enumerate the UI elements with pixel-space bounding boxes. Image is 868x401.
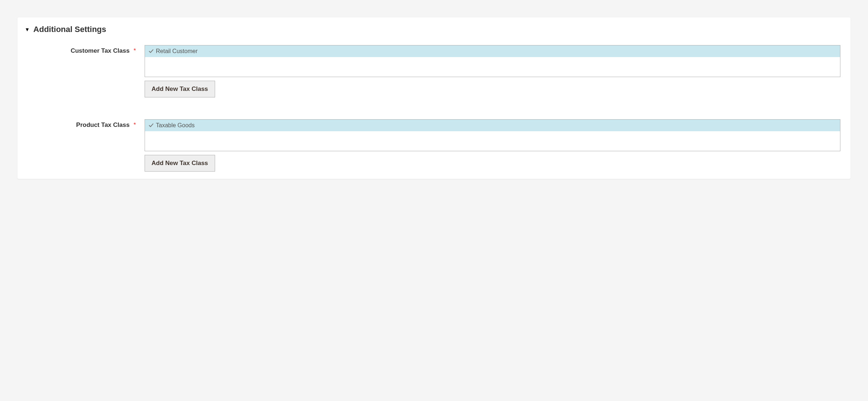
product-tax-class-input-col: Taxable Goods Add New Tax Class (145, 119, 840, 172)
product-tax-class-multiselect[interactable]: Taxable Goods (145, 119, 840, 151)
product-tax-class-field: Product Tax Class * Taxable Goods Add Ne… (25, 119, 840, 172)
product-tax-class-label: Product Tax Class * (25, 119, 145, 129)
customer-tax-class-multiselect[interactable]: Retail Customer (145, 45, 840, 77)
required-mark: * (133, 121, 136, 128)
section-header-toggle[interactable]: ▼ Additional Settings (25, 25, 840, 34)
add-customer-tax-class-button[interactable]: Add New Tax Class (145, 81, 215, 97)
product-tax-class-label-text: Product Tax Class (76, 121, 130, 128)
additional-settings-panel: ▼ Additional Settings Customer Tax Class… (17, 17, 851, 179)
section-title: Additional Settings (33, 25, 106, 34)
customer-tax-class-field: Customer Tax Class * Retail Customer Add… (25, 45, 840, 97)
customer-tax-class-input-col: Retail Customer Add New Tax Class (145, 45, 840, 97)
add-product-tax-class-button[interactable]: Add New Tax Class (145, 155, 215, 172)
option-label: Taxable Goods (156, 122, 195, 129)
product-tax-class-option[interactable]: Taxable Goods (145, 120, 840, 131)
option-label: Retail Customer (156, 48, 198, 55)
caret-down-icon: ▼ (25, 27, 30, 32)
check-icon (149, 123, 154, 128)
required-mark: * (133, 47, 136, 54)
customer-tax-class-label: Customer Tax Class * (25, 45, 145, 55)
customer-tax-class-label-text: Customer Tax Class (70, 47, 129, 54)
customer-tax-class-option[interactable]: Retail Customer (145, 45, 840, 57)
check-icon (149, 49, 154, 54)
